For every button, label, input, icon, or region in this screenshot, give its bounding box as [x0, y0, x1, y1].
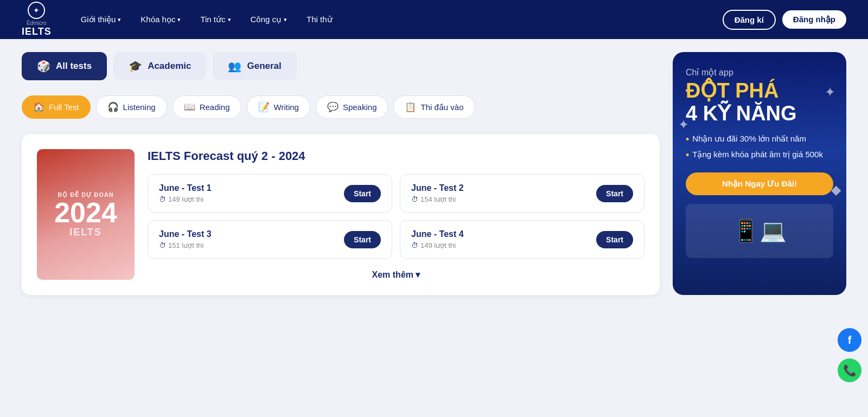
book-subtitle: IELTS [69, 227, 102, 238]
test-info: June - Test 3 ⏱ 151 lượt thi [159, 229, 212, 249]
ad-title-line2: 4 KỸ NĂNG [686, 102, 797, 125]
card-right: IELTS Forecast quý 2 - 2024 June - Test … [148, 149, 644, 280]
test-item: June - Test 4 ⏱ 149 lượt thi Start [400, 220, 644, 259]
academic-icon: 🎓 [129, 60, 142, 73]
content-card: BỘ ĐỀ DỰ ĐOÁN 2024 IELTS IELTS Forecast … [22, 134, 660, 295]
nav-cong-cu[interactable]: Công cụ ▾ [243, 10, 295, 29]
nav-thi-thu[interactable]: Thi thử [299, 10, 340, 29]
tab-general[interactable]: 👥 General [213, 52, 296, 80]
logo-title: IELTS [22, 26, 52, 37]
count-icon: ⏱ [411, 195, 418, 203]
logo-icon: ✦ [28, 2, 45, 19]
count-icon: ⏱ [159, 195, 166, 203]
ad-subtitle: Chỉ một app [686, 67, 833, 78]
test-meta: ⏱ 154 lượt thi [411, 195, 464, 203]
book-label: BỘ ĐỀ DỰ ĐOÁN [58, 191, 113, 198]
deco-star-3: ◆ [831, 182, 841, 197]
chevron-down-icon: ▾ [118, 16, 121, 23]
start-button[interactable]: Start [596, 185, 633, 202]
start-button[interactable]: Start [344, 231, 381, 248]
register-button[interactable]: Đăng kí [723, 10, 776, 30]
listening-icon: 🎧 [107, 101, 119, 113]
book-cover: BỘ ĐỀ DỰ ĐOÁN 2024 IELTS [37, 149, 135, 280]
logo[interactable]: ✦ Edmicro IELTS [22, 2, 52, 37]
book-year: 2024 [54, 198, 117, 227]
skill-filters: 🏠 Full Test 🎧 Listening 📖 Reading 📝 Writ… [22, 95, 660, 119]
filter-thi-dau-vao[interactable]: 📋 Thi đầu vào [393, 95, 475, 119]
test-meta: ⏱ 149 lượt thi [411, 241, 464, 249]
filter-listening[interactable]: 🎧 Listening [96, 95, 167, 119]
reading-icon: 📖 [184, 101, 195, 113]
logo-brand: Edmicro [27, 20, 47, 26]
all-tests-icon: 🎲 [37, 60, 50, 73]
test-meta: ⏱ 151 lượt thi [159, 241, 212, 249]
nav-gioi-thieu[interactable]: Giới thiệu ▾ [73, 10, 129, 29]
deco-star-2: ✦ [678, 117, 689, 132]
test-info: June - Test 4 ⏱ 149 lượt thi [411, 229, 464, 249]
top-tabs: 🎲 All tests 🎓 Academic 👥 General [22, 52, 660, 80]
start-button[interactable]: Start [344, 185, 381, 202]
chevron-down-icon: ▾ [177, 16, 181, 23]
nav-menu: Giới thiệu ▾ Khóa học ▾ Tin tức ▾ Công c… [73, 10, 723, 29]
test-name: June - Test 1 [159, 183, 212, 193]
see-more-button[interactable]: Xem thêm ▾ [148, 270, 644, 280]
filter-speaking[interactable]: 💬 Speaking [316, 95, 388, 119]
test-item: June - Test 1 ⏱ 149 lượt thi Start [148, 174, 392, 213]
test-meta: ⏱ 149 lượt thi [159, 195, 212, 203]
count-icon: ⏱ [411, 241, 418, 249]
tab-academic[interactable]: 🎓 Academic [113, 52, 206, 80]
thi-dau-vao-icon: 📋 [405, 101, 416, 113]
full-test-icon: 🏠 [33, 101, 44, 113]
chevron-down-icon: ▾ [284, 16, 287, 23]
chevron-down-icon: ▾ [228, 16, 231, 23]
nav-tin-tuc[interactable]: Tin tức ▾ [193, 10, 238, 29]
ad-device-preview: 📱💻 [686, 204, 833, 258]
test-info: June - Test 2 ⏱ 154 lượt thi [411, 183, 464, 203]
ad-bullet-2: Tặng kèm khóa phát âm trị giá 500k [686, 150, 833, 162]
ad-title-line1: ĐỘT PHÁ [686, 79, 778, 102]
tests-grid: June - Test 1 ⏱ 149 lượt thi Start June … [148, 174, 644, 259]
test-name: June - Test 4 [411, 229, 464, 239]
ad-bullets: Nhận ưu đãi 30% lớn nhất năm Tặng kèm kh… [686, 134, 833, 162]
nav-khoa-hoc[interactable]: Khóa học ▾ [133, 10, 188, 29]
deco-star-1: ✦ [825, 85, 835, 100]
filter-writing[interactable]: 📝 Writing [247, 95, 310, 119]
test-name: June - Test 2 [411, 183, 464, 193]
left-column: 🎲 All tests 🎓 Academic 👥 General 🏠 Full … [22, 52, 660, 295]
ad-bullet-1: Nhận ưu đãi 30% lớn nhất năm [686, 134, 833, 146]
filter-reading[interactable]: 📖 Reading [173, 95, 241, 119]
test-item: June - Test 3 ⏱ 151 lượt thi Start [148, 220, 392, 259]
auth-actions: Đăng kí Đăng nhập [723, 10, 846, 30]
tab-all-tests[interactable]: 🎲 All tests [22, 52, 107, 80]
count-icon: ⏱ [159, 241, 166, 249]
start-button[interactable]: Start [596, 231, 633, 248]
test-name: June - Test 3 [159, 229, 212, 239]
general-icon: 👥 [228, 60, 241, 73]
navbar: ✦ Edmicro IELTS Giới thiệu ▾ Khóa học ▾ … [0, 0, 868, 39]
login-button[interactable]: Đăng nhập [782, 10, 846, 29]
ad-title: ĐỘT PHÁ 4 KỸ NĂNG [686, 80, 833, 125]
test-info: June - Test 1 ⏱ 149 lượt thi [159, 183, 212, 203]
card-title: IELTS Forecast quý 2 - 2024 [148, 149, 644, 163]
filter-full-test[interactable]: 🏠 Full Test [22, 95, 91, 119]
ad-cta-button[interactable]: Nhận Ngay Ưu Đãi! [686, 172, 833, 195]
main-content: 🎲 All tests 🎓 Academic 👥 General 🏠 Full … [0, 39, 868, 308]
test-item: June - Test 2 ⏱ 154 lượt thi Start [400, 174, 644, 213]
ad-banner: ✦ ✦ ◆ Chỉ một app ĐỘT PHÁ 4 KỸ NĂNG Nhận… [673, 52, 846, 295]
speaking-icon: 💬 [327, 101, 339, 113]
writing-icon: 📝 [258, 101, 270, 113]
